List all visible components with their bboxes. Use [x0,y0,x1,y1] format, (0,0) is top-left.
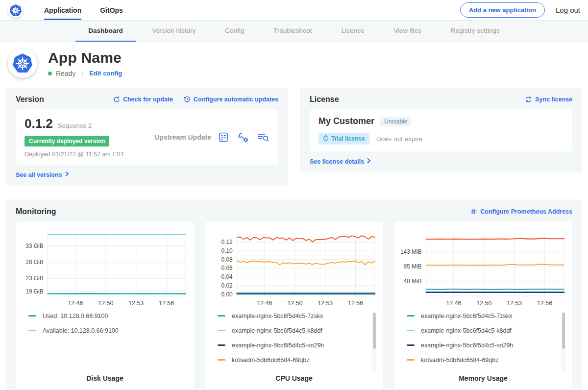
svg-text:0.10: 0.10 [221,247,233,254]
svg-text:33 GiB: 33 GiB [25,242,43,249]
ready-status-dot [48,72,52,75]
tab-license[interactable]: License [329,21,377,42]
legend-item: example-nginx-5bc6f5d4c5-7zskx [407,313,568,319]
svg-text:0.02: 0.02 [221,282,233,289]
tab-dashboard[interactable]: Dashboard [75,21,136,42]
legend-color-dash-icon [407,344,415,346]
cpu-usage-chart-card: 0.120.100.080.060.040.020.0012:4612:5012… [205,222,383,389]
disk-usage-chart[interactable]: 33 GiB28 GiB23 GiB19 GiB12:4612:5012:531… [20,228,190,311]
legend-item: example-nginx-5bc6f5d4c5-sn29h [407,342,568,349]
refresh-icon [113,96,120,103]
app-header: App Name Ready | Edit config [0,42,588,84]
kubernetes-logo-icon [8,2,24,18]
license-panel-title: License [310,95,339,104]
legend-label: kotsadm-5db6dc6584-69qbz [421,357,498,364]
monitoring-title: Monitoring [16,207,56,216]
svg-text:0.12: 0.12 [221,239,233,245]
configure-automatic-updates-label: Configure automatic updates [194,96,278,103]
see-license-details-link[interactable]: See license details [310,158,371,165]
version-panel: Version Check for update [6,88,288,186]
legend-scrollbar-thumb[interactable] [373,313,376,349]
svg-text:12:46: 12:46 [68,300,83,307]
svg-text:12:53: 12:53 [507,300,522,307]
legend-color-dash-icon [28,330,36,331]
svg-text:48 MiB: 48 MiB [404,277,422,284]
chevron-right-icon [367,158,371,165]
legend-color-dash-icon [218,344,225,346]
deploy-logs-icon[interactable] [257,131,270,143]
channel-badge: Unstable [380,117,411,126]
current-version-card: 0.1.2 Sequence 2 Currently deployed vers… [16,109,278,165]
deployed-status-badge: Currently deployed version [24,136,109,146]
svg-text:12:53: 12:53 [128,300,144,307]
tab-config[interactable]: Config [212,21,257,42]
cpu-usage-chart-title: CPU Usage [209,374,379,382]
svg-text:12:50: 12:50 [287,300,302,307]
svg-text:12:53: 12:53 [318,300,333,307]
legend-label: example-nginx-5bc6f5d4c5-7zskx [421,313,512,319]
disk-usage-legend: Used: 10.128.0.66:9100Available: 10.128.… [20,311,190,372]
tab-application[interactable]: Application [44,0,81,20]
preflight-checks-icon[interactable] [218,131,229,143]
legend-item: kotsadm-5db6dc6584-69qbz [218,357,379,364]
version-source-label: Upstream Update [154,133,218,141]
see-license-details-label: See license details [310,158,364,165]
svg-text:23 GiB: 23 GiB [25,275,43,282]
clock-refresh-icon [184,96,191,103]
svg-text:12:50: 12:50 [98,300,113,307]
legend-color-dash-icon [218,315,225,317]
legend-item: kotsadm-5db6dc6584-69qbz [407,357,568,364]
legend-item: example-nginx-5bc6f5d4c5-7zskx [218,313,379,319]
legend-label: example-nginx-5bc6f5d4c5-sn29h [232,342,324,349]
legend-label: kotsadm-5db6dc6584-69qbz [232,357,309,364]
tab-view-files[interactable]: View files [381,21,434,42]
svg-text:143 MiB: 143 MiB [400,248,422,255]
cpu-usage-chart[interactable]: 0.120.100.080.060.040.020.0012:4612:5012… [209,228,379,311]
tab-registry-settings[interactable]: Registry settings [438,21,513,42]
tab-version-history[interactable]: Version history [140,21,209,42]
configure-prometheus-link[interactable]: Configure Prometheus Address [470,208,572,215]
configure-automatic-updates-link[interactable]: Configure automatic updates [184,96,278,103]
trial-license-badge: Trial license [318,133,369,145]
see-all-versions-link[interactable]: See all versions [16,171,69,178]
legend-scrollbar[interactable] [372,312,376,371]
legend-scrollbar[interactable] [562,312,565,371]
check-for-update-link[interactable]: Check for update [113,96,173,103]
tab-gitops[interactable]: GitOps [100,0,123,20]
legend-item: example-nginx-5bc6f5d4c5-k8ddf [407,327,568,334]
legend-color-dash-icon [218,330,225,331]
svg-text:0.00: 0.00 [221,291,233,297]
svg-text:12:56: 12:56 [348,300,363,307]
tab-troubleshoot[interactable]: Troubleshoot [261,21,324,42]
version-panel-title: Version [16,95,44,104]
legend-label: Used: 10.128.0.66:9100 [43,313,108,319]
svg-text:12:46: 12:46 [257,300,272,307]
svg-text:0.08: 0.08 [221,256,233,263]
edit-config-gear-icon[interactable] [237,131,249,143]
memory-usage-chart[interactable]: 143 MiB95 MiB48 MiB12:4612:5012:5312:56 [398,228,568,311]
svg-text:12:56: 12:56 [537,300,552,307]
svg-text:12:56: 12:56 [159,300,174,307]
sync-license-label: Sync license [535,96,572,103]
cpu-usage-legend: example-nginx-5bc6f5d4c5-7zskxexample-ng… [209,311,379,372]
memory-usage-legend: example-nginx-5bc6f5d4c5-7zskxexample-ng… [398,311,568,372]
logout-link[interactable]: Log out [556,6,580,14]
svg-text:0.06: 0.06 [221,265,233,271]
gear-icon [470,208,477,215]
legend-color-dash-icon [407,315,415,317]
legend-label: Available: 10.128.0.66:9100 [43,327,119,334]
svg-text:12:50: 12:50 [476,300,491,307]
legend-scrollbar-thumb[interactable] [562,313,565,349]
license-panel: License Sync license My [300,88,582,172]
monitoring-panel: Monitoring Configure Prometheus Address … [6,199,582,390]
edit-config-link[interactable]: Edit config [89,70,122,77]
version-number: 0.1.2 [24,116,53,131]
license-details-card: My Customer Unstable Trial license [310,109,572,151]
legend-color-dash-icon [218,359,225,361]
memory-usage-chart-title: Memory Usage [398,374,568,382]
disk-usage-chart-card: 33 GiB28 GiB23 GiB19 GiB12:4612:5012:531… [16,222,194,389]
legend-color-dash-icon [407,359,415,361]
configure-prometheus-label: Configure Prometheus Address [480,208,572,215]
add-application-button[interactable]: Add a new application [460,2,545,18]
sync-license-link[interactable]: Sync license [525,96,572,103]
